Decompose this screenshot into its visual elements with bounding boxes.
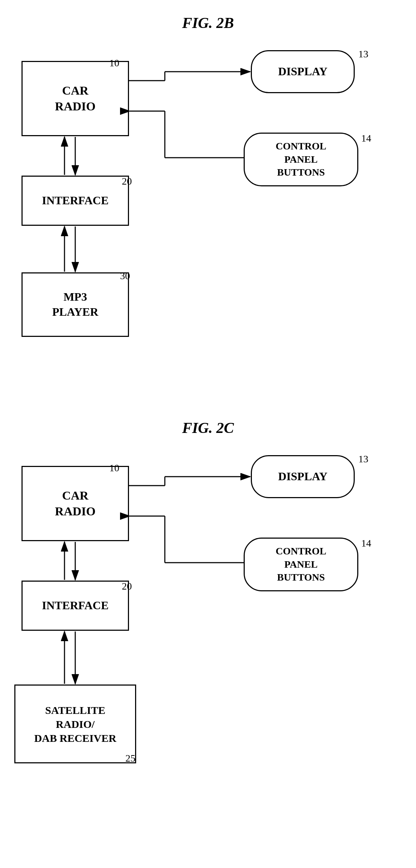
display-label-2c: DISPLAY: [278, 469, 327, 484]
interface-box-2b: INTERFACE: [21, 176, 129, 226]
fig-2b-title: FIG. 2B: [0, 14, 416, 32]
control-panel-label-2b: CONTROLPANELBUTTONS: [276, 140, 326, 179]
satellite-label-2c: SATELLITERADIO/DAB RECEIVER: [34, 703, 116, 745]
control-panel-ref-2b: 14: [361, 133, 371, 144]
car-radio-ref-2b: 10: [109, 57, 119, 69]
display-ref-2b: 13: [358, 48, 368, 60]
control-panel-box-2c: CONTROLPANELBUTTONS: [244, 538, 358, 591]
interface-label-2b: INTERFACE: [42, 193, 109, 208]
fig-2c-title: FIG. 2C: [0, 419, 416, 437]
control-panel-label-2c: CONTROLPANELBUTTONS: [276, 545, 326, 584]
interface-ref-2c: 20: [122, 581, 132, 592]
display-label-2b: DISPLAY: [278, 64, 327, 79]
car-radio-ref-2c: 10: [109, 462, 119, 474]
car-radio-label-2b: CARRADIO: [55, 83, 95, 114]
satellite-ref-2c: 25: [125, 753, 135, 764]
interface-label-2c: INTERFACE: [42, 598, 109, 613]
display-ref-2c: 13: [358, 453, 368, 465]
mp3-label-2b: MP3PLAYER: [52, 290, 99, 319]
interface-ref-2b: 20: [122, 176, 132, 187]
car-radio-box-2c: CARRADIO: [21, 466, 129, 541]
mp3-ref-2b: 30: [120, 270, 130, 282]
control-panel-ref-2c: 14: [361, 538, 371, 549]
display-box-2c: DISPLAY: [251, 455, 355, 498]
diagram-2c: FIG. 2C CARRADIO 10 INTERFACE 20 SATELLI…: [0, 419, 416, 849]
page: FIG. 2B CARRADIO 10 INTERFACE 20 MP3PLAY…: [0, 0, 416, 868]
mp3-box-2b: MP3PLAYER: [21, 272, 129, 337]
car-radio-label-2c: CARRADIO: [55, 488, 95, 519]
satellite-box-2c: SATELLITERADIO/DAB RECEIVER: [14, 685, 136, 763]
control-panel-box-2b: CONTROLPANELBUTTONS: [244, 133, 358, 186]
diagram-2b: FIG. 2B CARRADIO 10 INTERFACE 20 MP3PLAY…: [0, 14, 416, 391]
car-radio-box-2b: CARRADIO: [21, 61, 129, 136]
display-box-2b: DISPLAY: [251, 50, 355, 93]
interface-box-2c: INTERFACE: [21, 581, 129, 631]
